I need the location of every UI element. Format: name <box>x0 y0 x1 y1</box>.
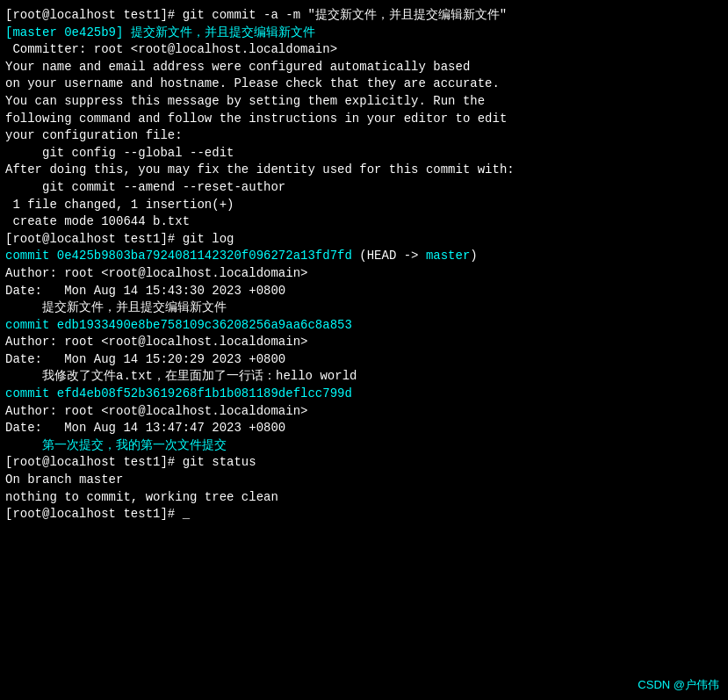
terminal-line: Date: Mon Aug 14 15:43:30 2023 +0800 <box>5 283 723 300</box>
terminal-text: Date: Mon Aug 14 15:20:29 2023 +0800 <box>5 352 285 366</box>
terminal-text: commit <box>5 318 57 332</box>
terminal-text: Date: Mon Aug 14 15:43:30 2023 +0800 <box>5 284 285 298</box>
terminal-window: [root@localhost test1]# git commit -a -m… <box>0 0 728 700</box>
terminal-content: [root@localhost test1]# git commit -a -m… <box>5 7 723 523</box>
terminal-text: git commit --amend --reset-author <box>5 180 285 194</box>
terminal-line: git config --global --edit <box>5 145 723 162</box>
terminal-text: On branch master <box>5 473 123 487</box>
terminal-text: git config --global --edit <box>5 146 234 160</box>
terminal-line: [root@localhost test1]# git commit -a -m… <box>5 7 723 25</box>
terminal-line: On branch master <box>5 472 723 489</box>
terminal-text: 1 file changed, 1 insertion(+) <box>5 198 234 212</box>
terminal-text: edb1933490e8be758109c36208256a9aa6c8a853 <box>57 318 352 332</box>
terminal-text: _ <box>183 507 190 521</box>
terminal-line: Your name and email address were configu… <box>5 59 723 76</box>
terminal-line: nothing to commit, working tree clean <box>5 489 723 507</box>
terminal-line: Author: root <root@localhost.localdomain… <box>5 334 723 351</box>
terminal-text: Author: root <root@localhost.localdomain… <box>5 404 307 418</box>
terminal-text: (HEAD -> <box>352 249 426 263</box>
terminal-text: Author: root <root@localhost.localdomain… <box>5 335 307 349</box>
terminal-text: Author: root <root@localhost.localdomain… <box>5 266 307 280</box>
terminal-text: 提交新文件，并且提交编辑新文件 <box>131 25 315 40</box>
terminal-text: You can suppress this message by setting… <box>5 94 485 108</box>
terminal-line: git commit --amend --reset-author <box>5 179 723 197</box>
terminal-line: commit edb1933490e8be758109c36208256a9aa… <box>5 317 723 335</box>
terminal-line: 提交新文件，并且提交编辑新文件 <box>5 299 723 317</box>
terminal-text: on your username and hostname. Please ch… <box>5 76 500 90</box>
terminal-line: Author: root <root@localhost.localdomain… <box>5 265 723 283</box>
terminal-text: [root@localhost test1]# <box>5 507 183 521</box>
terminal-text: 第一次提交，我的第一次文件提交 <box>5 438 227 452</box>
terminal-line: following command and follow the instruc… <box>5 111 723 128</box>
terminal-text: 我修改了文件a.txt，在里面加了一行话：hello world <box>5 369 357 383</box>
terminal-line: 第一次提交，我的第一次文件提交 <box>5 437 723 455</box>
terminal-text: following command and follow the instruc… <box>5 112 507 126</box>
terminal-text: Your name and email address were configu… <box>5 60 470 74</box>
terminal-text: 提交新文件，并且提交编辑新文件 <box>5 300 227 314</box>
terminal-line: commit efd4eb08f52b3619268f1b1b081189def… <box>5 386 723 403</box>
terminal-line: [master 0e425b9] 提交新文件，并且提交编辑新文件 <box>5 25 723 42</box>
terminal-text: [root@localhost test1]# git log <box>5 232 234 246</box>
terminal-text: create mode 100644 b.txt <box>5 214 190 228</box>
terminal-line: [root@localhost test1]# git log <box>5 231 723 249</box>
terminal-text: nothing to commit, working tree clean <box>5 490 278 504</box>
terminal-text: [root@localhost test1]# git commit -a -m <box>5 8 307 22</box>
terminal-text: commit <box>5 249 57 263</box>
terminal-line: commit 0e425b9803ba7924081142320f096272a… <box>5 248 723 265</box>
terminal-line: Committer: root <root@localhost.localdom… <box>5 41 723 59</box>
terminal-text: After doing this, you may fix the identi… <box>5 162 515 177</box>
terminal-text: efd4eb08f52b3619268f1b1b081189deflcc799d <box>57 386 352 401</box>
terminal-line: You can suppress this message by setting… <box>5 93 723 111</box>
terminal-text: commit <box>5 386 57 401</box>
terminal-text: "提交新文件，并且提交编辑新文件" <box>307 8 507 22</box>
terminal-text: [root@localhost test1]# git status <box>5 455 256 469</box>
terminal-line: Date: Mon Aug 14 15:20:29 2023 +0800 <box>5 351 723 369</box>
terminal-line: [root@localhost test1]# git status <box>5 454 723 472</box>
terminal-line: Date: Mon Aug 14 13:47:47 2023 +0800 <box>5 420 723 437</box>
terminal-text: 0e425b9803ba7924081142320f096272a13fd7fd <box>57 249 352 263</box>
terminal-line: After doing this, you may fix the identi… <box>5 162 723 179</box>
watermark: CSDN @户伟伟 <box>638 677 719 693</box>
terminal-line: 我修改了文件a.txt，在里面加了一行话：hello world <box>5 368 723 386</box>
terminal-line: on your username and hostname. Please ch… <box>5 76 723 93</box>
terminal-line: [root@localhost test1]# _ <box>5 506 723 523</box>
terminal-line: create mode 100644 b.txt <box>5 213 723 231</box>
terminal-text: your configuration file: <box>5 128 183 142</box>
terminal-line: 1 file changed, 1 insertion(+) <box>5 197 723 214</box>
terminal-text: master <box>426 249 470 263</box>
terminal-text: ) <box>470 249 477 263</box>
terminal-line: your configuration file: <box>5 127 723 145</box>
terminal-text: [master 0e425b9] <box>5 25 131 40</box>
terminal-text: Committer: root <root@localhost.localdom… <box>5 42 337 56</box>
terminal-line: Author: root <root@localhost.localdomain… <box>5 403 723 421</box>
terminal-text: Date: Mon Aug 14 13:47:47 2023 +0800 <box>5 421 285 435</box>
